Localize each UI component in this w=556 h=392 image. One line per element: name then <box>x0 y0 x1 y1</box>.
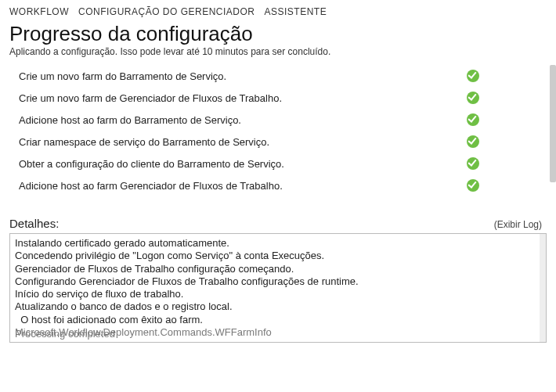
step-label: Crie um novo farm do Barramento de Servi… <box>19 70 467 82</box>
step-list: Crie um novo farm do Barramento de Servi… <box>9 65 511 206</box>
step-row: Adicione host ao farm Gerenciador de Flu… <box>19 179 511 192</box>
scrollbar-thumb[interactable] <box>550 65 556 182</box>
check-icon <box>467 157 479 170</box>
details-log: Instalando certificado gerado automatica… <box>9 233 547 343</box>
check-icon <box>467 179 479 192</box>
log-line: Atualizando o banco de dados e o registr… <box>15 300 541 313</box>
details-header: Detalhes: (Exibir Log) <box>0 206 556 232</box>
step-label: Crie um novo farm de Gerenciador de Flux… <box>19 92 467 104</box>
step-label: Criar namespace de serviço do Barramento… <box>19 136 467 148</box>
nav-workflow[interactable]: WORKFLOW <box>9 6 69 17</box>
log-line: Configurando Gerenciador de Fluxos de Tr… <box>15 275 541 288</box>
step-label: Obter a configuração do cliente do Barra… <box>19 158 467 170</box>
step-row: Crie um novo farm do Barramento de Servi… <box>19 70 511 82</box>
check-icon <box>467 135 479 148</box>
page-title: Progresso da configuração <box>0 19 556 46</box>
log-line: Início do serviço de fluxo de trabalho. <box>15 288 541 300</box>
show-log-link[interactable]: (Exibir Log) <box>494 219 542 230</box>
nav-assistant[interactable]: ASSISTENTE <box>265 6 327 17</box>
step-label: Adicione host ao farm do Barramento de S… <box>19 114 467 126</box>
step-row: Adicione host ao farm do Barramento de S… <box>19 113 511 126</box>
step-label: Adicione host ao farm Gerenciador de Flu… <box>19 180 467 192</box>
log-line: O host foi adicionado com êxito ao farm. <box>15 314 541 326</box>
progress-area: Crie um novo farm do Barramento de Servi… <box>0 65 556 206</box>
log-line: Gerenciador de Fluxos de Trabalho config… <box>15 263 541 275</box>
step-row: Obter a configuração do cliente do Barra… <box>19 157 511 170</box>
page-subtitle: Aplicando a configuração. Isso pode leva… <box>0 46 556 65</box>
check-icon <box>467 70 479 82</box>
step-row: Criar namespace de serviço do Barramento… <box>19 135 511 148</box>
check-icon <box>467 113 479 126</box>
details-title: Detalhes: <box>9 217 59 230</box>
top-nav: WORKFLOW CONFIGURAÇÃO DO GERENCIADOR ASS… <box>0 0 556 19</box>
log-line: Instalando certificado gerado automatica… <box>15 237 541 250</box>
check-icon <box>467 92 479 104</box>
processing-status: Processing completed <box>15 328 115 340</box>
nav-config[interactable]: CONFIGURAÇÃO DO GERENCIADOR <box>78 6 255 17</box>
details-scrollbar[interactable] <box>540 234 546 342</box>
log-line: Concedendo privilégio de "Logon como Ser… <box>15 250 541 262</box>
step-row: Crie um novo farm de Gerenciador de Flux… <box>19 92 511 104</box>
